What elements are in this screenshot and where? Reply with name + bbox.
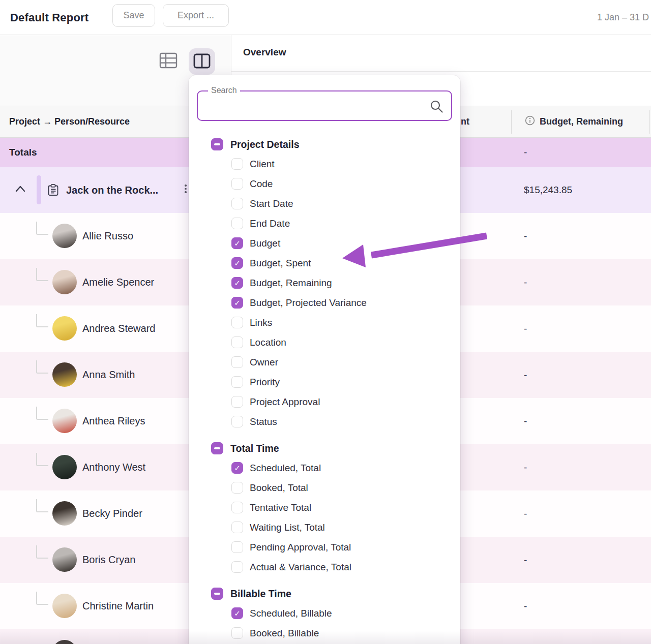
picker-item[interactable]: Waiting List, Total xyxy=(197,517,452,537)
avatar xyxy=(52,594,77,618)
checkbox[interactable] xyxy=(231,336,243,348)
picker-item[interactable]: Start Date xyxy=(197,194,452,213)
picker-section-header[interactable]: Billable Time xyxy=(197,586,452,601)
avatar xyxy=(52,640,77,644)
picker-item-label: Client xyxy=(250,159,275,170)
picker-item[interactable]: Priority xyxy=(197,372,452,392)
picker-item[interactable]: Budget, Spent xyxy=(197,253,452,273)
kebab-menu-icon[interactable] xyxy=(182,185,189,197)
section-checkbox[interactable] xyxy=(211,138,223,150)
person-name: Anthea Rileys xyxy=(82,398,145,444)
picker-section-header[interactable]: Project Details xyxy=(197,137,452,152)
checkbox[interactable] xyxy=(231,627,243,639)
picker-item[interactable]: Code xyxy=(197,174,452,194)
save-button[interactable]: Save xyxy=(112,4,155,27)
checkbox[interactable] xyxy=(231,376,243,388)
columns-view-button[interactable] xyxy=(189,48,215,75)
tree-connector-icon xyxy=(36,499,48,512)
picker-item[interactable]: Budget, Projected Variance xyxy=(197,293,452,313)
checkbox[interactable] xyxy=(231,356,243,368)
checkbox[interactable] xyxy=(231,198,243,209)
column-picker-sections: Project Details Client Code Start Date E… xyxy=(197,137,452,643)
picker-item[interactable]: Booked, Total xyxy=(197,478,452,498)
columns-icon xyxy=(193,53,211,70)
picker-section: Total Time Scheduled, Total Booked, Tota… xyxy=(197,441,452,577)
avatar xyxy=(52,547,77,572)
picker-item[interactable]: Actual & Variance, Total xyxy=(197,557,452,577)
picker-item[interactable]: Budget xyxy=(197,233,452,253)
collapse-chevron-icon[interactable] xyxy=(14,183,26,196)
person-name: Boris Cryan xyxy=(82,537,135,583)
section-checkbox[interactable] xyxy=(211,588,223,600)
avatar xyxy=(52,316,77,341)
picker-section-title: Project Details xyxy=(230,139,299,150)
picker-item[interactable]: Scheduled, Total xyxy=(197,458,452,478)
project-color-bar xyxy=(37,175,41,204)
picker-item[interactable]: Owner xyxy=(197,352,452,372)
checkbox[interactable] xyxy=(231,416,243,427)
checkbox[interactable] xyxy=(231,218,243,229)
checkbox[interactable] xyxy=(231,482,243,494)
picker-item-label: Scheduled, Billable xyxy=(250,608,332,619)
picker-item[interactable]: Pending Approval, Total xyxy=(197,537,452,557)
picker-item[interactable]: Budget, Remaining xyxy=(197,273,452,293)
table-view-button[interactable] xyxy=(155,48,182,74)
checkbox[interactable] xyxy=(231,607,243,619)
checkbox[interactable] xyxy=(231,297,243,309)
tree-connector-icon xyxy=(36,407,48,420)
search-icon xyxy=(429,99,444,116)
search-input[interactable] xyxy=(205,95,429,117)
picker-section: Project Details Client Code Start Date E… xyxy=(197,137,452,432)
picker-item-label: Tentative Total xyxy=(250,502,311,513)
tree-connector-icon xyxy=(36,314,48,327)
picker-item[interactable]: Status xyxy=(197,412,452,432)
checkbox[interactable] xyxy=(231,317,243,328)
picker-item[interactable]: Booked, Billable xyxy=(197,623,452,643)
person-name: Andrea Steward xyxy=(82,305,155,352)
person-name: Christine Martin xyxy=(82,583,154,629)
overview-divider xyxy=(231,71,651,72)
picker-item-label: Start Date xyxy=(250,198,293,209)
picker-item[interactable]: Location xyxy=(197,332,452,352)
checkbox[interactable] xyxy=(231,237,243,249)
picker-item[interactable]: Scheduled, Billable xyxy=(197,603,452,623)
picker-item[interactable]: Tentative Total xyxy=(197,498,452,517)
checkbox[interactable] xyxy=(231,257,243,269)
search-field: Search xyxy=(197,90,452,121)
checkbox[interactable] xyxy=(231,502,243,513)
picker-section-header[interactable]: Total Time xyxy=(197,441,452,456)
section-checkbox[interactable] xyxy=(211,442,223,454)
avatar xyxy=(52,409,77,433)
avatar xyxy=(52,455,77,479)
avatar xyxy=(52,362,77,387)
picker-section-title: Total Time xyxy=(230,443,279,454)
totals-budget-remaining-value: - xyxy=(524,138,527,167)
picker-section-items: Client Code Start Date End Date Budget B… xyxy=(197,154,452,432)
checkbox[interactable] xyxy=(231,462,243,474)
checkbox[interactable] xyxy=(231,277,243,289)
export-button[interactable]: Export ... xyxy=(163,4,229,27)
overview-title: Overview xyxy=(243,47,286,58)
date-range[interactable]: 1 Jan – 31 D xyxy=(597,0,649,35)
checkbox[interactable] xyxy=(231,178,243,190)
avatar xyxy=(52,501,77,526)
page-title: Default Report xyxy=(10,0,88,35)
picker-item-label: Waiting List, Total xyxy=(250,522,325,533)
checkbox[interactable] xyxy=(231,561,243,573)
checkbox[interactable] xyxy=(231,396,243,408)
checkbox[interactable] xyxy=(231,541,243,553)
checkbox[interactable] xyxy=(231,522,243,533)
person-name: Allie Russo xyxy=(82,213,133,259)
picker-item-label: Owner xyxy=(250,357,278,368)
budget-remaining-value: - xyxy=(524,444,527,490)
clipboard-icon xyxy=(47,184,59,198)
checkbox[interactable] xyxy=(231,158,243,170)
picker-item[interactable]: End Date xyxy=(197,213,452,233)
picker-item[interactable]: Project Approval xyxy=(197,392,452,412)
picker-item-label: Booked, Billable xyxy=(250,628,319,639)
search-field-label: Search xyxy=(208,86,240,95)
picker-item[interactable]: Links xyxy=(197,313,452,332)
info-icon[interactable] xyxy=(525,115,535,128)
picker-item[interactable]: Client xyxy=(197,154,452,174)
budget-remaining-value: - xyxy=(524,398,527,444)
